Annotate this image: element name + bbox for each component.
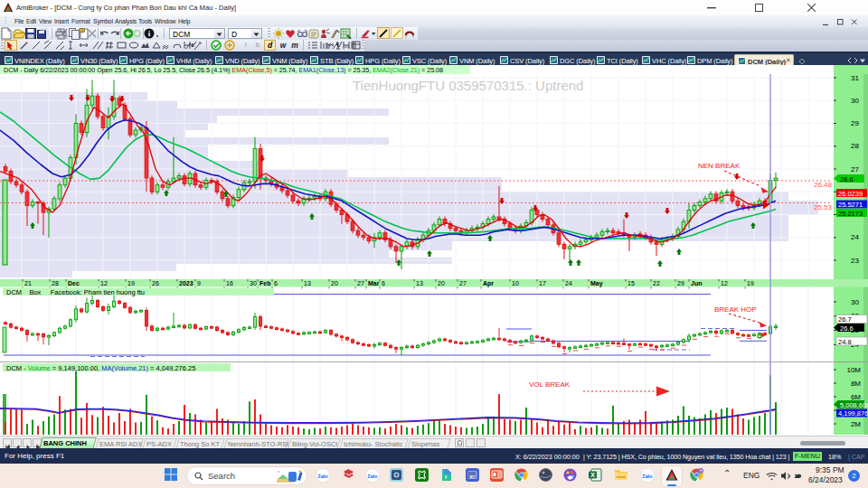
svg-text:28: 28: [851, 142, 859, 150]
svg-text:19: 19: [747, 280, 754, 286]
svg-text:26.6: 26.6: [840, 175, 854, 183]
svg-text:25.5271: 25.5271: [838, 201, 863, 209]
svg-text:31: 31: [851, 74, 859, 82]
svg-text:13: 13: [416, 280, 423, 286]
svg-text:30: 30: [250, 280, 257, 286]
svg-text:8M: 8M: [851, 380, 861, 388]
svg-text:Zalo: Zalo: [642, 474, 653, 479]
svg-text:26.48: 26.48: [814, 181, 833, 189]
svg-text:27: 27: [851, 165, 859, 174]
svg-text:28: 28: [52, 280, 59, 286]
svg-text:15: 15: [627, 280, 635, 286]
svg-text:13: 13: [304, 280, 311, 286]
svg-text:10M: 10M: [846, 366, 861, 374]
svg-text:Feb: Feb: [259, 280, 270, 286]
svg-text:17: 17: [539, 280, 546, 286]
svg-text:9: 9: [197, 280, 201, 286]
svg-text:19: 19: [127, 280, 135, 286]
svg-text:30: 30: [851, 298, 859, 306]
svg-text:6: 6: [382, 280, 385, 286]
svg-text:TienHuongFTU 0359570315.: Uptr: TienHuongFTU 0359570315.: Uptrend: [353, 78, 583, 93]
svg-text:H: H: [699, 469, 702, 474]
svg-text:25.53: 25.53: [814, 203, 833, 211]
svg-text:6M: 6M: [851, 393, 861, 401]
svg-text:Apr: Apr: [483, 280, 494, 287]
svg-text:26.6: 26.6: [840, 324, 854, 333]
svg-text:25.2173: 25.2173: [838, 210, 863, 218]
svg-text:12: 12: [100, 280, 108, 286]
svg-text:27: 27: [357, 280, 364, 286]
svg-text:May: May: [590, 280, 603, 287]
svg-text:24: 24: [851, 233, 859, 241]
svg-text:2023: 2023: [179, 280, 193, 286]
svg-text:30: 30: [851, 97, 859, 105]
svg-text:6: 6: [274, 280, 278, 286]
svg-text:Mar: Mar: [368, 280, 380, 286]
svg-text:29: 29: [677, 280, 684, 286]
svg-text:BREAK HOP: BREAK HOP: [714, 305, 757, 314]
svg-text:X: X: [590, 472, 595, 478]
svg-text:20: 20: [438, 280, 445, 286]
svg-text:5,008,600: 5,008,600: [840, 401, 868, 409]
svg-text:12: 12: [721, 280, 728, 286]
svg-text:26.7: 26.7: [838, 315, 852, 324]
svg-text:26.0239: 26.0239: [838, 190, 863, 198]
svg-text:VOL BREAK: VOL BREAK: [529, 380, 571, 389]
svg-text:Dec: Dec: [68, 280, 80, 286]
svg-text:16: 16: [226, 280, 233, 286]
svg-text:DCM Box Facebook: Pham: DCM Box Facebook: Pham tien huong ftu: [6, 288, 145, 296]
svg-text:26: 26: [152, 280, 159, 286]
svg-text:20: 20: [331, 280, 338, 286]
svg-text:27: 27: [459, 280, 467, 286]
svg-text:NEN BREAK: NEN BREAK: [698, 162, 741, 170]
svg-text:21: 21: [24, 280, 32, 286]
svg-text:2M: 2M: [851, 420, 861, 428]
svg-text:29: 29: [851, 119, 859, 127]
svg-text:Jun: Jun: [691, 280, 702, 286]
svg-text:BT: BT: [470, 474, 476, 479]
svg-text:Zalo: Zalo: [367, 474, 378, 479]
svg-text:24.8: 24.8: [838, 338, 852, 346]
svg-text:4,199,876: 4,199,876: [838, 409, 868, 418]
svg-text:22: 22: [653, 280, 660, 286]
svg-text:24: 24: [565, 280, 572, 286]
svg-text:DCM - Volume = 9,149,100.00, M: DCM - Volume = 9,149,100.00, MA(Volume,2…: [6, 364, 195, 372]
svg-text:Zalo: Zalo: [317, 474, 328, 479]
svg-text:23: 23: [851, 257, 859, 265]
svg-text:10: 10: [512, 280, 519, 286]
svg-text:DCM - Daily 6/22/2023 00:00:00: DCM - Daily 6/22/2023 00:00:00 Open 25.6…: [4, 66, 443, 74]
